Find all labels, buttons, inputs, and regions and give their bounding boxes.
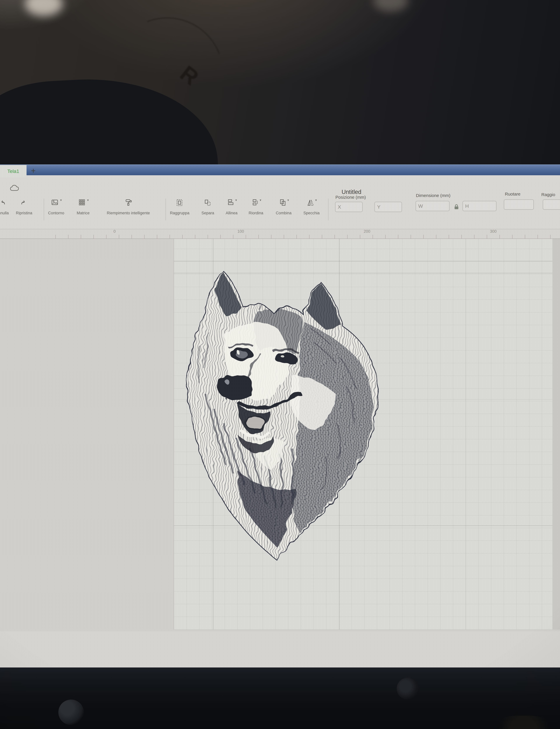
dimension-label: Dimensione (mm) [416,193,450,198]
radius-label: Raggio [541,192,555,197]
position-label: Posizione (mm) [335,195,366,200]
chevron-down-icon: ▾ [260,198,261,202]
edit-toolbar: Untitled Annulla Ripristina ▾ Contorn [0,175,560,229]
chevron-down-icon: ▾ [60,198,62,202]
room-background: R [0,0,560,165]
chevron-down-icon: ▾ [235,198,237,202]
mat-right-margin [552,239,560,630]
toolbar-smart-fill-button[interactable]: Riempimento intelligente [101,198,156,215]
toolbar-redo-button[interactable]: Ripristina [8,198,40,215]
lock-icon[interactable] [453,204,460,210]
toolbar-arrange-button[interactable]: ▾ Riordina [240,198,272,215]
ruler-label: 200 [364,229,370,234]
position-y-field[interactable] [375,202,402,212]
toolbar-group-button[interactable]: Raggruppa [164,198,196,215]
group-icon [175,198,184,208]
toolbar-combine-button[interactable]: ▾ Combina [268,198,300,215]
design-canvas[interactable]: Livello Livello 1 [0,239,560,631]
chevron-down-icon: ▾ [287,198,289,202]
ruler-ticks [55,235,560,239]
photo-of-monitor: R e Space Untitled Annulla Ripri [0,0,560,729]
desk-object-round [397,678,419,700]
ruler-label: 300 [490,229,497,234]
add-canvas-button[interactable]: + [31,166,36,175]
cloud-sync-icon[interactable] [9,184,20,192]
dimension-h-field[interactable] [463,201,496,211]
position-x-field[interactable] [335,202,363,212]
toolbar-separator [328,199,328,221]
mirror-icon [306,198,315,208]
toolbar-matrix-button[interactable]: ▾ Matrice [67,198,99,215]
monitor-screen: e Space Untitled Annulla Ripristina [0,165,560,668]
smart-fill-icon [124,198,133,208]
desk-area [0,667,560,729]
chevron-down-icon: ▾ [315,198,317,202]
tab-tela1[interactable]: Tela1 [0,165,27,178]
dog-head-artwork[interactable] [183,267,380,565]
rotate-field[interactable] [504,200,534,210]
radius-field[interactable] [543,200,560,210]
horizontal-ruler: 0 100 200 300 [0,229,560,239]
undo-icon [0,198,7,208]
chevron-down-icon: ▾ [87,198,89,202]
combine-icon [278,198,287,208]
ungroup-icon [203,198,212,208]
desk-reflection [493,716,554,729]
redo-icon [20,198,28,208]
arrange-icon [251,198,260,208]
matrix-icon [77,198,87,208]
ruler-label: 100 [237,229,244,234]
bright-object-top-right [373,0,408,12]
contour-icon [50,198,60,208]
bright-object-top-left [25,0,63,16]
ruler-label: 0 [113,229,116,234]
dimension-w-field[interactable] [416,201,449,211]
toolbar-mirror-button[interactable]: ▾ Specchia [295,198,328,215]
align-icon [226,198,235,208]
window-titlebar: e Space [0,165,560,176]
rotate-label: Ruotare [505,192,520,197]
desk-object-round [58,700,84,725]
document-title[interactable]: Untitled [328,189,375,195]
